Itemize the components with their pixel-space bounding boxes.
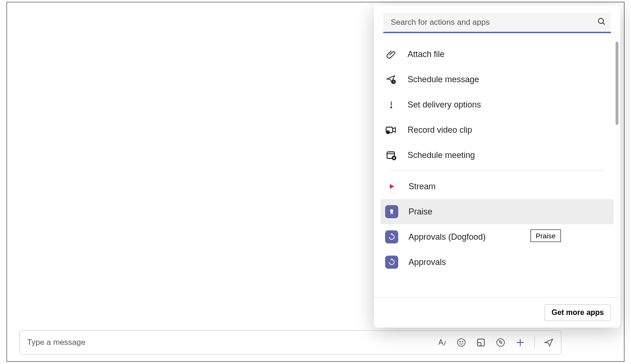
stream-app-icon: [385, 180, 398, 193]
calendar-add-icon: [385, 149, 397, 161]
action-label: Schedule message: [408, 75, 479, 85]
app-stream[interactable]: Stream: [380, 174, 614, 199]
svg-point-13: [390, 209, 394, 213]
app-row-partial[interactable]: [380, 275, 614, 286]
tooltip-praise: Praise: [531, 229, 561, 242]
svg-point-1: [460, 341, 460, 342]
svg-point-0: [458, 339, 466, 347]
action-schedule-meeting[interactable]: Schedule meeting: [380, 143, 614, 168]
svg-point-10: [387, 131, 389, 134]
app-label: Praise: [409, 207, 432, 217]
popup-footer: Get more apps: [374, 297, 620, 328]
send-icon[interactable]: [543, 337, 554, 348]
plus-icon[interactable]: [515, 337, 526, 348]
viva-icon[interactable]: [495, 337, 506, 348]
svg-rect-4: [478, 343, 481, 346]
compose-bar: [19, 330, 561, 355]
action-delivery-options[interactable]: Set delivery options: [380, 92, 614, 117]
svg-point-6: [598, 18, 603, 23]
approvals-app-icon: [385, 230, 398, 243]
action-label: Attach file: [408, 50, 445, 59]
paperclip-icon: [385, 48, 397, 60]
praise-app-icon: [385, 205, 398, 218]
svg-point-8: [391, 107, 392, 108]
approvals-app-icon: [385, 256, 398, 269]
action-label: Record video clip: [408, 125, 472, 135]
app-praise[interactable]: Praise: [380, 199, 614, 224]
app-icon-partial: [392, 277, 405, 284]
popup-search[interactable]: [383, 13, 611, 33]
action-record-video-clip[interactable]: Record video clip: [380, 117, 614, 143]
action-label: Set delivery options: [408, 100, 481, 110]
get-more-apps-button[interactable]: Get more apps: [545, 304, 611, 321]
app-label: Stream: [409, 182, 436, 192]
actions-apps-popup: Attach file Schedule message: [374, 5, 620, 328]
popup-list: Attach file Schedule message: [374, 42, 620, 286]
separator: [534, 336, 535, 349]
app-approvals-dogfood[interactable]: Approvals (Dogfood): [380, 224, 614, 250]
action-attach-file[interactable]: Attach file: [380, 42, 614, 67]
app-approvals[interactable]: Approvals: [380, 250, 614, 275]
emoji-icon[interactable]: [456, 337, 467, 348]
svg-point-2: [462, 341, 463, 342]
search-icon: [597, 17, 606, 28]
action-label: Schedule meeting: [408, 150, 475, 160]
popup-divider: [390, 171, 604, 171]
exclamation-icon: [385, 99, 397, 111]
action-schedule-message[interactable]: Schedule message: [380, 67, 614, 92]
compose-toolbar: [436, 336, 554, 349]
video-record-icon: [385, 124, 397, 136]
message-input[interactable]: [26, 337, 436, 348]
scrollbar-thumb[interactable]: [616, 42, 618, 125]
format-icon[interactable]: [436, 337, 447, 348]
send-scheduled-icon: [385, 73, 397, 86]
app-window: Attach file Schedule message: [7, 2, 624, 362]
app-label: Approvals: [409, 257, 446, 267]
popup-list-container: Attach file Schedule message: [374, 42, 620, 297]
popup-search-input[interactable]: [390, 17, 597, 28]
app-label: Approvals (Dogfood): [409, 232, 486, 242]
svg-point-5: [497, 339, 505, 347]
loop-icon[interactable]: [475, 337, 487, 348]
